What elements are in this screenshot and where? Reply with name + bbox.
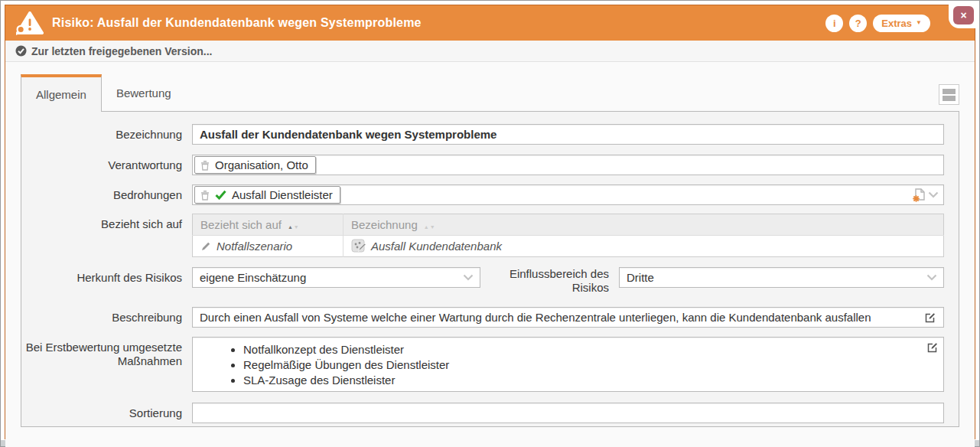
sort-icons[interactable]: ▲▼ <box>288 224 300 230</box>
caret-down-icon: ▼ <box>916 20 922 26</box>
bedrohungen-label: Bedrohungen <box>21 184 182 205</box>
risk-warning-icon <box>16 11 44 35</box>
beschreibung-field[interactable]: Durch einen Ausfall von Systeme welche e… <box>192 307 944 328</box>
add-bedrohung-control[interactable] <box>913 188 939 202</box>
list-item: SLA-Zusage des Dienstleister <box>243 373 922 388</box>
column-header-bezeichnung[interactable]: Bezeichnung▲▼ <box>343 214 944 236</box>
tab-bewertung-label: Bewertung <box>116 86 171 100</box>
massnahmen-field[interactable]: Notfallkonzept des Dienstleister Regelmä… <box>192 337 944 392</box>
list-item: Regelmäßige Übungen des Dienstleister <box>243 357 922 373</box>
form-row-sortierung: Sortierung <box>21 403 944 423</box>
trash-icon[interactable] <box>200 190 210 201</box>
extras-button-label: Extras <box>881 18 912 29</box>
info-button[interactable]: i <box>825 15 843 32</box>
titlebar-actions: i ? Extras ▼ <box>825 15 930 32</box>
extras-button[interactable]: Extras ▼ <box>873 15 930 32</box>
form-row-beschreibung: Beschreibung Durch einen Ausfall von Sys… <box>21 307 944 328</box>
form-row-bedrohungen: Bedrohungen <box>21 184 944 205</box>
relation-name: Ausfall Kundendatenbank <box>371 240 502 253</box>
tab-bar: Allgemein Bewertung <box>21 74 975 111</box>
bezeichnung-value: Ausfall der Kundendatenbank wegen System… <box>200 128 497 141</box>
notfallszenario-object-icon <box>351 239 366 253</box>
sort-desc-icon: ▼ <box>430 224 436 230</box>
sortierung-label: Sortierung <box>21 403 182 423</box>
risk-dialog-window: Risiko: Ausfall der Kundendatenbank wege… <box>5 5 975 439</box>
chevron-down-icon <box>926 274 937 281</box>
bezieht-sich-auf-label: Bezieht sich auf <box>21 214 182 257</box>
sort-asc-icon: ▲ <box>288 224 294 230</box>
herkunft-label: Herkunft des Risikos <box>21 267 182 295</box>
einflussbereich-value: Dritte <box>627 271 654 284</box>
check-circle-icon <box>15 45 27 57</box>
relation-type: Notfallszenario <box>217 240 292 253</box>
chevron-down-icon[interactable] <box>928 191 939 198</box>
version-toolbar-link[interactable]: Zur letzten freigegebenen Version... <box>5 41 975 62</box>
help-button[interactable]: ? <box>849 15 867 32</box>
dialog-titlebar: Risiko: Ausfall der Kundendatenbank wege… <box>5 5 975 41</box>
version-link-label: Zur letzten freigegebenen Version... <box>31 45 213 57</box>
beschreibung-label: Beschreibung <box>21 307 182 328</box>
form-row-massnahmen: Bei Erstbewertung umgesetzte Maßnahmen N… <box>21 337 944 392</box>
tab-bewertung[interactable]: Bewertung <box>102 74 186 111</box>
verantwortung-chip-label: Organisation, Otto <box>215 158 308 171</box>
verantwortung-label: Verantwortung <box>21 155 182 175</box>
form-row-verantwortung: Verantwortung <box>21 155 944 175</box>
dialog-content: Allgemein Bewertung Bezeichnung Ausfall … <box>5 74 975 447</box>
massnahmen-label: Bei Erstbewertung umgesetzte Maßnahmen <box>21 337 182 392</box>
table-row[interactable]: Notfallszenario <box>193 236 944 257</box>
new-document-icon[interactable] <box>913 188 926 202</box>
sort-asc-icon: ▲ <box>424 224 430 230</box>
verantwortung-field[interactable]: Organisation, Otto <box>192 155 944 175</box>
trash-icon[interactable] <box>200 160 210 171</box>
form-row-bezeichnung: Bezeichnung Ausfall der Kundendatenbank … <box>21 124 944 145</box>
bedrohungen-chip[interactable]: Ausfall Dienstleister <box>194 186 340 204</box>
pencil-icon <box>200 241 211 252</box>
bezeichnung-input[interactable]: Ausfall der Kundendatenbank wegen System… <box>192 124 944 145</box>
list-item: Notfallkonzept des Dienstleister <box>243 342 922 357</box>
einflussbereich-select[interactable]: Dritte <box>619 267 944 288</box>
beschreibung-value: Durch einen Ausfall von Systeme welche e… <box>200 311 871 324</box>
approved-check-icon <box>215 190 226 200</box>
bedrohungen-chip-label: Ausfall Dienstleister <box>232 188 333 201</box>
sortierung-input[interactable] <box>192 403 944 423</box>
app-screen: Risiko: Ausfall der Kundendatenbank wege… <box>0 0 980 447</box>
form-row-herkunft: Herkunft des Risikos eigene Einschätzung… <box>21 267 944 295</box>
sort-desc-icon: ▼ <box>294 224 300 230</box>
verantwortung-chip[interactable]: Organisation, Otto <box>194 156 316 174</box>
herkunft-select[interactable]: eigene Einschätzung <box>192 267 480 288</box>
einflussbereich-label: Einflussbereich des Risikos <box>502 267 609 295</box>
close-corner-notch: × <box>949 5 975 28</box>
relations-table-header-row: Bezieht sich auf▲▼ Bezeichnung▲▼ <box>193 214 944 236</box>
sort-icons[interactable]: ▲▼ <box>424 224 436 230</box>
relations-table: Bezieht sich auf▲▼ Bezeichnung▲▼ <box>192 214 944 257</box>
edit-icon[interactable] <box>926 341 939 354</box>
page-title: Risiko: Ausfall der Kundendatenbank wege… <box>52 16 422 30</box>
edit-icon[interactable] <box>924 312 936 324</box>
bezeichnung-label: Bezeichnung <box>21 124 182 145</box>
tab-allgemein-label: Allgemein <box>36 88 86 101</box>
bedrohungen-field[interactable]: Ausfall Dienstleister <box>192 184 944 205</box>
form-row-bezieht-sich-auf: Bezieht sich auf Bezieht sich auf▲▼ Beze… <box>21 214 944 257</box>
chevron-down-icon <box>463 274 474 281</box>
allgemein-tab-panel: Bezeichnung Ausfall der Kundendatenbank … <box>21 111 959 427</box>
tab-allgemein[interactable]: Allgemein <box>21 74 102 112</box>
close-button[interactable]: × <box>953 6 974 24</box>
column-header-bezieht-sich-auf[interactable]: Bezieht sich auf▲▼ <box>193 214 343 236</box>
massnahmen-list: Notfallkonzept des Dienstleister Regelmä… <box>193 342 922 388</box>
herkunft-value: eigene Einschätzung <box>200 271 306 284</box>
